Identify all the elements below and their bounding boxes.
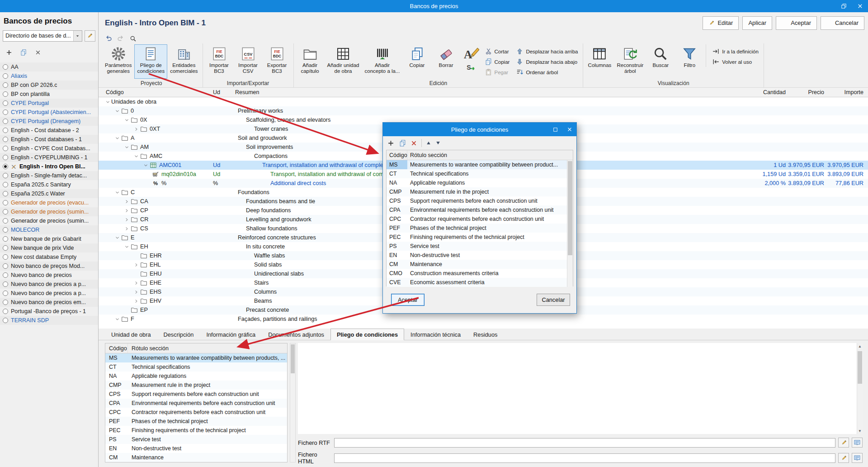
editar-texto-button[interactable]: A xyxy=(463,46,479,62)
sidebar-item-database[interactable]: Nuevo banco de precios a p... xyxy=(0,280,98,289)
delete-section-button[interactable] xyxy=(410,140,417,147)
desplazar-hacia-arriba-button[interactable]: Desplazar hacia arriba xyxy=(513,46,581,57)
chevron-down-icon[interactable] xyxy=(113,189,121,196)
sections-table-scrollbar[interactable] xyxy=(290,343,296,462)
dialog-section-row[interactable]: CPCContractor requirements before each c… xyxy=(387,214,567,224)
section-row[interactable]: MSMeasurements to warantee compatibility… xyxy=(105,353,287,362)
sidebar-item-database[interactable]: Aliaxis xyxy=(0,71,98,81)
chevron-down-icon[interactable] xyxy=(113,134,121,142)
sidebar-item-database[interactable]: España 2025.c Water xyxy=(0,189,98,198)
edit-directory-button[interactable] xyxy=(85,30,95,42)
close-window-button[interactable] xyxy=(852,0,868,12)
column-codigo[interactable]: Código xyxy=(99,89,213,95)
fichero-rtf-input[interactable] xyxy=(334,438,835,448)
section-row[interactable]: CMPMeasurement rule in the project xyxy=(105,381,287,390)
cortar-button[interactable]: Cortar xyxy=(481,46,513,57)
pegar-button[interactable]: Pegar xyxy=(481,67,513,77)
tab-unidad-de-obra[interactable]: Unidad de obra xyxy=(105,329,157,340)
sidebar-item-database[interactable]: English - Cost database - 2 xyxy=(0,126,98,135)
copiar-sm-button[interactable]: Copiar xyxy=(481,57,513,67)
undo-button[interactable] xyxy=(103,34,114,43)
dialog-section-row[interactable]: CPSSupport requirements before each cons… xyxy=(387,196,567,205)
dialog-maximize-button[interactable] xyxy=(548,123,562,136)
parametros-generales-button[interactable]: Parámetros generales xyxy=(102,44,134,79)
tab-pliego-de-condiciones[interactable]: Pliego de condiciones xyxy=(330,329,404,340)
dialog-section-row[interactable]: CPAEnvironmental requirements before eac… xyxy=(387,205,567,214)
anadir-concepto-button[interactable]: Añadir concepto a la... xyxy=(362,44,403,79)
chevron-right-icon[interactable] xyxy=(132,279,140,286)
sidebar-item-database[interactable]: MOLECOR xyxy=(0,225,98,234)
columnas-button[interactable]: Columnas xyxy=(585,44,614,79)
preview-scrollbar[interactable]: ▲ ▼ xyxy=(857,343,863,434)
section-row[interactable]: CMMaintenance xyxy=(105,453,287,462)
sidebar-item-database[interactable]: Portugal -Banco de preços - 1 xyxy=(0,307,98,316)
chevron-down-icon[interactable] xyxy=(123,116,130,124)
chevron-right-icon[interactable] xyxy=(132,261,140,268)
tab-informacion-tecnica[interactable]: Información técnica xyxy=(404,329,467,340)
sidebar-item-database[interactable]: New banque de prix Gabarit xyxy=(0,234,98,243)
section-row[interactable]: CPCContractor requirements before each c… xyxy=(105,408,287,417)
column-ud[interactable]: Ud xyxy=(213,89,232,95)
add-database-button[interactable] xyxy=(5,48,14,57)
aplicar-button[interactable]: Aplicar xyxy=(742,16,772,30)
sidebar-item-database[interactable]: English - Single-family detac... xyxy=(0,171,98,180)
sidebar-item-database[interactable]: English - Intro Open BI... xyxy=(0,162,98,171)
importar-bc3-button[interactable]: FIEBDCImportar BC3 xyxy=(205,44,234,79)
tree-row[interactable]: 0Preliminary works xyxy=(99,106,868,115)
importar-csv-button[interactable]: CSVImportar CSV xyxy=(234,44,263,79)
scroll-up-icon[interactable]: ▲ xyxy=(857,343,863,349)
chevron-right-icon[interactable] xyxy=(123,216,130,223)
chevron-right-icon[interactable] xyxy=(132,297,140,305)
borrar-button[interactable]: Borrar xyxy=(432,44,461,79)
scrollbar-thumb[interactable] xyxy=(291,344,295,373)
sidebar-item-database[interactable]: BP con GP 2026.c xyxy=(0,81,98,90)
view-html-button[interactable] xyxy=(852,453,863,463)
chevron-right-icon[interactable] xyxy=(123,198,130,205)
dialog-close-button[interactable] xyxy=(562,123,576,136)
column-resumen[interactable]: Resumen xyxy=(232,89,731,95)
sidebar-item-database[interactable]: BP con plantilla xyxy=(0,90,98,99)
chevron-right-icon[interactable] xyxy=(132,288,140,295)
scroll-down-icon[interactable]: ▼ xyxy=(857,428,863,434)
tree-row[interactable]: Unidades de obra xyxy=(99,97,868,106)
dialog-section-row[interactable]: CMMaintenance xyxy=(387,260,567,269)
chevron-down-icon[interactable] xyxy=(104,98,111,105)
section-row[interactable]: CPSSupport requirements before each cons… xyxy=(105,390,287,399)
cancelar-button[interactable]: Cancelar xyxy=(821,16,864,30)
anadir-unidad-de-obra-button[interactable]: Añadir unidad de obra xyxy=(325,44,362,79)
restore-window-button[interactable] xyxy=(835,0,852,12)
dialog-section-row[interactable]: PECFinishing requirements of the technic… xyxy=(387,233,567,242)
redo-button[interactable] xyxy=(115,34,126,43)
section-row[interactable]: NAApplicable regulations xyxy=(105,372,287,381)
sidebar-item-database[interactable]: New banque de prix Vide xyxy=(0,243,98,253)
fichero-html-input[interactable] xyxy=(334,453,835,463)
sidebar-item-database[interactable]: Nuevo banco de precios a p... xyxy=(0,289,98,298)
add-section-button[interactable] xyxy=(387,139,395,147)
chevron-right-icon[interactable] xyxy=(123,207,130,214)
sidebar-item-database[interactable]: Novo banco de preços Mod... xyxy=(0,262,98,271)
chevron-down-icon[interactable] xyxy=(123,243,130,250)
chevron-down-icon[interactable] xyxy=(113,315,121,323)
pliego-de-condiciones-button[interactable]: Pliego de condiciones xyxy=(134,44,167,79)
dialog-section-row[interactable]: NAApplicable regulations xyxy=(387,178,567,187)
copy-section-button[interactable] xyxy=(399,139,406,147)
sidebar-item-database[interactable]: English - CYPEPLUMBING - 1 xyxy=(0,153,98,162)
entidades-comerciales-button[interactable]: Entidades comerciales xyxy=(167,44,200,79)
exportar-bc3-button[interactable]: FIEBDCExportar BC3 xyxy=(263,44,292,79)
editar-button[interactable]: Editar xyxy=(703,16,739,30)
column-cantidad[interactable]: Cantidad xyxy=(731,89,786,95)
dialog-titlebar[interactable]: Pliego de condiciones xyxy=(383,123,576,136)
sidebar-item-database[interactable]: Generador de precios (sumin... xyxy=(0,207,98,216)
sidebar-item-database[interactable]: New cost database Empty xyxy=(0,253,98,262)
chevron-right-icon[interactable] xyxy=(132,125,140,133)
dialog-section-row[interactable]: MSMeasurements to warantee compatibility… xyxy=(387,160,567,169)
desplazar-hacia-abajo-button[interactable]: Desplazar hacia abajo xyxy=(513,57,581,67)
ordenar-arbol-button[interactable]: Ordenar árbol xyxy=(513,67,581,77)
chevron-down-icon[interactable] xyxy=(113,234,121,241)
buscar-button[interactable]: Buscar xyxy=(646,44,675,79)
edit-html-button[interactable] xyxy=(838,453,849,463)
edit-rtf-button[interactable] xyxy=(838,438,849,448)
zoom-search-button[interactable] xyxy=(127,34,138,43)
chevron-down-icon[interactable] xyxy=(142,162,149,169)
chevron-down-icon[interactable] xyxy=(123,143,130,151)
